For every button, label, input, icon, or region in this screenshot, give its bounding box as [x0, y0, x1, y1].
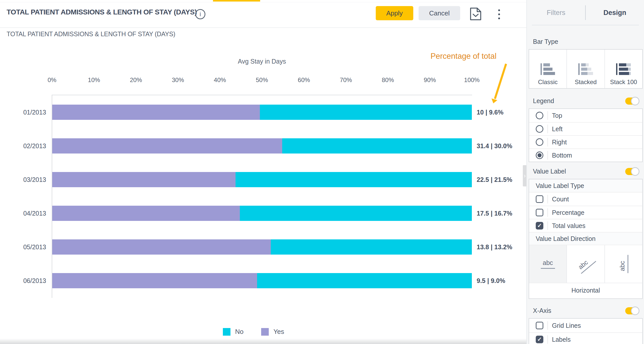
legend-position-right[interactable]: Right — [529, 135, 642, 148]
category-label: 01/2013 — [0, 108, 46, 116]
bar-segment-yes[interactable] — [52, 206, 240, 221]
stacked-caption: Stacked — [575, 79, 597, 86]
bar-segment-no[interactable] — [257, 273, 472, 288]
bar-row: 06/20139.5 | 9.0% — [0, 264, 526, 297]
bar-segment-no[interactable] — [282, 138, 472, 154]
bar-segment-yes[interactable] — [52, 172, 236, 187]
legend-position-top[interactable]: Top — [529, 109, 642, 122]
stacked-bar — [52, 206, 472, 221]
bar-type-label: Bar Type — [533, 38, 558, 45]
abc-horizontal-icon: abc — [541, 259, 555, 269]
legend-item-yes[interactable]: Yes — [261, 328, 284, 336]
legend-item-no[interactable]: No — [223, 328, 243, 336]
info-icon[interactable]: i — [195, 9, 205, 19]
bar-segment-no[interactable] — [240, 206, 472, 221]
x-tick-label: 70% — [340, 77, 352, 84]
checkbox-percentage[interactable] — [536, 209, 543, 216]
bar-segment-no[interactable] — [271, 239, 472, 255]
x-axis-box: Grid Lines ✓ Labels — [529, 318, 643, 344]
category-label: 02/2013 — [0, 142, 46, 149]
bar-type-classic[interactable]: Classic — [529, 50, 566, 88]
radio-left[interactable] — [536, 125, 543, 133]
classic-bars-icon — [541, 63, 555, 75]
value-label-box: Value Label Type Count Percentage ✓ Tota… — [529, 179, 643, 299]
legend-position-bottom[interactable]: Bottom — [529, 148, 642, 162]
apply-button[interactable]: Apply — [376, 6, 413, 20]
legend-swatch — [261, 328, 269, 336]
stacked-bar — [52, 105, 472, 120]
classic-caption: Classic — [538, 79, 558, 86]
widget-editor-header: TOTAL PATIENT ADMISSIONS & LENGTH OF STA… — [0, 0, 526, 28]
radio-right[interactable] — [536, 138, 543, 146]
x-axis-labels[interactable]: ✓ Labels — [529, 332, 642, 344]
chart-title: TOTAL PATIENT ADMISSIONS & LENGTH OF STA… — [7, 30, 175, 38]
stacked-bars-icon — [578, 63, 593, 75]
checkbox-count[interactable] — [536, 195, 543, 203]
bar-rows: 01/201310 | 9.6%02/201331.4 | 30.0%03/20… — [0, 95, 526, 297]
stacked-bar — [52, 273, 472, 288]
bar-row: 05/201313.8 | 13.2% — [0, 230, 526, 264]
checkbox-labels[interactable]: ✓ — [536, 336, 543, 343]
bar-segment-yes[interactable] — [52, 239, 271, 255]
more-options-menu-icon[interactable] — [494, 8, 504, 21]
bar-row: 02/201331.4 | 30.0% — [0, 129, 526, 163]
direction-horizontal[interactable]: abc — [529, 245, 566, 283]
checkbox-total-values[interactable]: ✓ — [536, 222, 543, 230]
bar-row: 01/201310 | 9.6% — [0, 95, 526, 129]
total-value-label: 10 | 9.6% — [477, 108, 504, 116]
bar-segment-yes[interactable] — [52, 273, 257, 288]
bar-segment-no[interactable] — [236, 172, 472, 187]
x-tick-label: 100% — [464, 77, 479, 84]
active-tab-indicator — [213, 0, 260, 2]
legend-position-left[interactable]: Left — [529, 122, 642, 135]
annotation-text: Percentage of total — [418, 52, 509, 61]
total-value-label: 17.5 | 16.7% — [477, 209, 512, 217]
value-label-type-count[interactable]: Count — [529, 193, 642, 206]
x-axis-title: Avg Stay in Days — [52, 58, 472, 65]
x-tick-label: 90% — [424, 77, 436, 84]
stacked-bar — [52, 172, 472, 187]
panel-tabs: Filters Design — [527, 0, 644, 25]
value-label-type-percentage[interactable]: Percentage — [529, 206, 642, 219]
value-label-type-total-values[interactable]: ✓ Total values — [529, 219, 642, 232]
toggle-knob — [631, 167, 639, 176]
stack-100-caption: Stack 100 — [610, 79, 637, 86]
bar-row: 03/201322.5 | 21.5% — [0, 163, 526, 196]
bar-type-stacked[interactable]: Stacked — [566, 50, 604, 88]
checkbox-grid-lines[interactable] — [536, 322, 543, 329]
x-tick-label: 30% — [172, 77, 184, 84]
panel-collapse-handle[interactable]: › — [523, 165, 527, 186]
value-label-toggle[interactable] — [625, 168, 639, 175]
x-axis-toggle[interactable] — [625, 307, 639, 314]
chart-legend: NoYes — [0, 328, 507, 336]
value-label-label: Value Label — [533, 168, 566, 175]
cancel-button[interactable]: Cancel — [419, 6, 460, 20]
bar-segment-no[interactable] — [260, 105, 472, 120]
radio-bottom[interactable] — [536, 151, 543, 159]
legend-position-box: Top Left Right Bottom — [529, 108, 643, 162]
legend-toggle[interactable] — [625, 98, 639, 105]
tab-design[interactable]: Design — [586, 9, 644, 17]
x-axis-ticks: 0%10%20%30%40%50%60%70%80%90%100% — [52, 77, 472, 85]
bar-segment-yes[interactable] — [52, 105, 260, 120]
x-axis-grid-lines[interactable]: Grid Lines — [529, 319, 642, 332]
widget-title: TOTAL PATIENT ADMISSIONS & LENGTH OF STA… — [7, 8, 197, 16]
toggle-knob — [631, 307, 639, 315]
direction-diagonal[interactable]: abc — [566, 245, 604, 283]
stack-100-bars-icon — [616, 63, 631, 75]
x-tick-label: 20% — [130, 77, 142, 84]
abc-diagonal-icon: abc — [575, 254, 596, 274]
direction-vertical[interactable]: abc — [604, 245, 642, 283]
export-report-icon[interactable] — [470, 7, 482, 22]
stacked-bar — [52, 239, 472, 255]
design-panel: Filters Design Bar Type Classic — [526, 0, 644, 344]
radio-top[interactable] — [536, 112, 543, 119]
bar-row: 04/201317.5 | 16.7% — [0, 196, 526, 230]
legend-section-header: Legend — [533, 97, 639, 105]
bar-segment-yes[interactable] — [52, 138, 282, 154]
total-value-label: 31.4 | 30.0% — [477, 142, 512, 149]
bar-type-stack-100[interactable]: Stack 100 — [604, 50, 642, 88]
tab-filters[interactable]: Filters — [527, 9, 585, 17]
x-tick-label: 10% — [88, 77, 100, 84]
category-label: 05/2013 — [0, 243, 46, 251]
